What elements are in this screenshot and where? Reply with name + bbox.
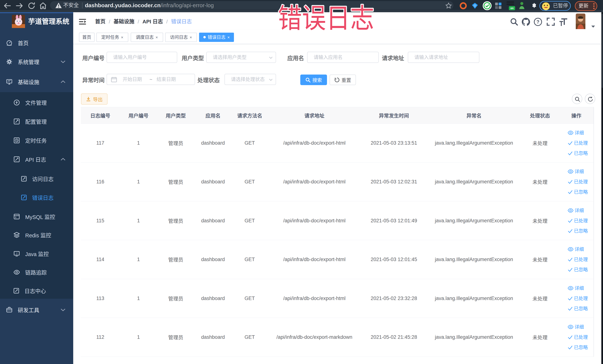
svg-text:on: on	[510, 7, 513, 10]
svg-text:?: ?	[536, 19, 539, 25]
svg-text:错误日志: 错误日志	[278, 0, 374, 35]
svg-text:J: J	[16, 252, 17, 255]
